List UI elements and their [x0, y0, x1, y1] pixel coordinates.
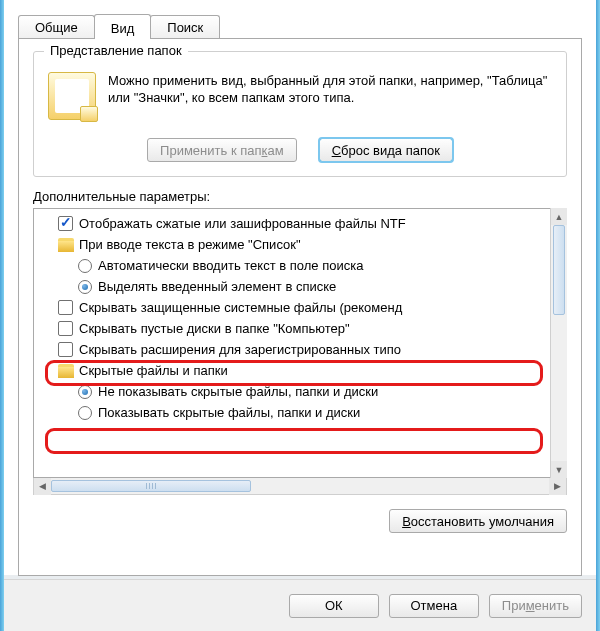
- folder-group-icon: [58, 364, 74, 378]
- ok-button[interactable]: ОК: [289, 594, 379, 618]
- apply-to-folders-button: Применить к папкам: [147, 138, 297, 162]
- checkbox-icon[interactable]: [58, 342, 73, 357]
- tab-panel-view: Представление папок Можно применить вид,…: [18, 38, 582, 576]
- folder-icon: [48, 72, 96, 120]
- horizontal-scrollbar[interactable]: ◀ ▶: [33, 478, 567, 495]
- opt-show-hidden[interactable]: Показывать скрытые файлы, папки и диски: [36, 402, 564, 423]
- folder-group-icon: [58, 238, 74, 252]
- scroll-down-icon[interactable]: ▼: [551, 461, 567, 478]
- tab-general[interactable]: Общие: [18, 15, 95, 38]
- scroll-right-icon[interactable]: ▶: [549, 478, 566, 495]
- opt-group-hidden[interactable]: Скрытые файлы и папки: [36, 360, 564, 381]
- folder-views-description: Можно применить вид, выбранный для этой …: [108, 72, 552, 120]
- tab-search[interactable]: Поиск: [150, 15, 220, 38]
- checkbox-icon[interactable]: [58, 300, 73, 315]
- checkbox-icon[interactable]: [58, 216, 73, 231]
- tab-view[interactable]: Вид: [94, 14, 152, 39]
- opt-select-typed[interactable]: Выделять введенный элемент в списке: [36, 276, 564, 297]
- tab-strip: Общие Вид Поиск: [18, 10, 582, 38]
- opt-hide-empty-drives[interactable]: Скрывать пустые диски в папке "Компьютер…: [36, 318, 564, 339]
- opt-show-ntfs-colors[interactable]: Отображать сжатые или зашифрованные файл…: [36, 213, 564, 234]
- radio-icon[interactable]: [78, 280, 92, 294]
- advanced-settings-label: Дополнительные параметры:: [33, 189, 567, 204]
- vscroll-thumb[interactable]: [553, 225, 565, 315]
- scroll-up-icon[interactable]: ▲: [551, 208, 567, 225]
- group-legend: Представление папок: [44, 43, 188, 58]
- opt-hide-protected[interactable]: Скрывать защищенные системные файлы (рек…: [36, 297, 564, 318]
- opt-group-list-typing[interactable]: При вводе текста в режиме "Список": [36, 234, 564, 255]
- opt-hide-extensions[interactable]: Скрывать расширения для зарегистрированн…: [36, 339, 564, 360]
- apply-button: Применить: [489, 594, 582, 618]
- vertical-scrollbar[interactable]: ▲ ▼: [550, 208, 567, 478]
- cancel-button[interactable]: Отмена: [389, 594, 479, 618]
- opt-dont-show-hidden[interactable]: Не показывать скрытые файлы, папки и дис…: [36, 381, 564, 402]
- reset-folders-button[interactable]: Сброс вида папок: [319, 138, 453, 162]
- radio-icon[interactable]: [78, 385, 92, 399]
- scroll-left-icon[interactable]: ◀: [34, 478, 51, 495]
- restore-defaults-button[interactable]: Восстановить умолчания: [389, 509, 567, 533]
- advanced-settings-tree: Отображать сжатые или зашифрованные файл…: [33, 208, 567, 495]
- hscroll-thumb[interactable]: [51, 480, 251, 492]
- annotation-highlight: [45, 428, 543, 454]
- dialog-button-row: ОК Отмена Применить: [4, 579, 596, 631]
- opt-auto-search[interactable]: Автоматически вводить текст в поле поиск…: [36, 255, 564, 276]
- radio-icon[interactable]: [78, 406, 92, 420]
- checkbox-icon[interactable]: [58, 321, 73, 336]
- folder-views-group: Представление папок Можно применить вид,…: [33, 51, 567, 177]
- radio-icon[interactable]: [78, 259, 92, 273]
